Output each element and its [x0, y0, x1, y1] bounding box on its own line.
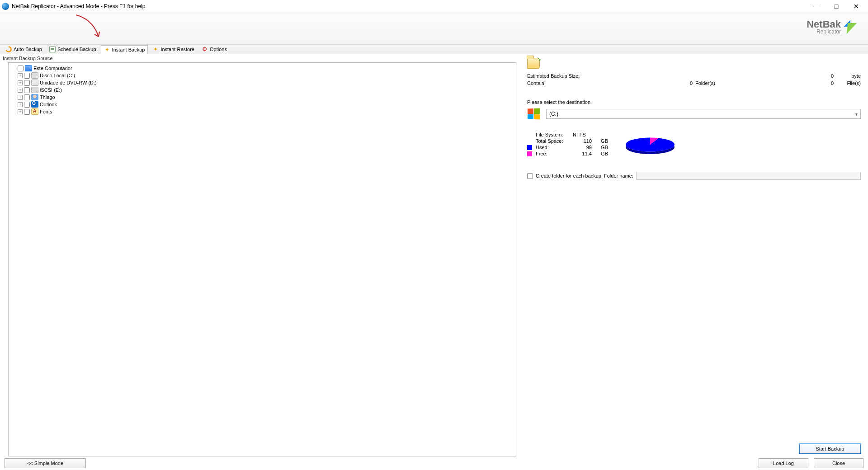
- button-label: Start Backup: [816, 446, 844, 451]
- flash-icon: ✦: [104, 47, 110, 53]
- expander-icon[interactable]: +: [18, 73, 23, 78]
- app-icon: [2, 3, 9, 10]
- total-space-unit: GB: [595, 138, 608, 144]
- filesystem-value: NTFS: [573, 132, 600, 137]
- expander-icon[interactable]: +: [18, 80, 23, 85]
- brand-text-2: Replicator: [799, 28, 841, 35]
- expander-icon[interactable]: +: [18, 95, 23, 100]
- tab-instant-backup[interactable]: ✦ Instant Backup: [101, 45, 148, 54]
- expander-icon: [11, 66, 16, 71]
- titlebar: NetBak Replicator - Advanced Mode - Pres…: [0, 0, 868, 13]
- close-window-button[interactable]: ✕: [846, 0, 866, 13]
- footer: << Simple Mode Load Log Close: [0, 456, 868, 470]
- tree-checkbox[interactable]: [24, 94, 30, 100]
- destination-select[interactable]: (C:) ▾: [546, 109, 861, 119]
- close-button[interactable]: Close: [814, 458, 863, 468]
- used-unit: GB: [595, 145, 608, 150]
- tree-item-fonts[interactable]: + Fonts: [18, 108, 514, 115]
- tree-checkbox[interactable]: [18, 66, 24, 71]
- gear-icon: ⚙: [202, 46, 208, 52]
- minimize-button[interactable]: —: [807, 0, 826, 13]
- tree-checkbox[interactable]: [24, 109, 30, 115]
- tree-label: Outlook: [40, 102, 57, 107]
- tab-label: Instant Restore: [160, 47, 194, 52]
- files-unit: File(s): [839, 80, 861, 86]
- folders-value: 0: [681, 80, 693, 86]
- tab-instant-restore[interactable]: ✦ Instant Restore: [150, 45, 197, 54]
- tabbar: Auto-Backup Schedule Backup ✦ Instant Ba…: [0, 44, 868, 54]
- window-title: NetBak Replicator - Advanced Mode - Pres…: [12, 3, 145, 9]
- tree-label: Fonts: [40, 109, 52, 114]
- used-value: 99: [573, 145, 592, 150]
- destination-selected-value: (C:): [549, 111, 558, 117]
- expander-icon[interactable]: +: [18, 109, 23, 114]
- maximize-button[interactable]: □: [826, 0, 846, 13]
- folder-name-input[interactable]: [636, 172, 861, 180]
- content-area: Instant Backup Source Este Computador + …: [0, 54, 868, 456]
- outlook-icon: [31, 101, 38, 108]
- tree-label: Thiago: [40, 94, 55, 100]
- source-panel: Instant Backup Source Este Computador + …: [0, 54, 516, 456]
- simple-mode-button[interactable]: << Simple Mode: [5, 458, 86, 468]
- estimated-size-unit: byte: [839, 73, 861, 79]
- used-label: Used:: [536, 145, 573, 150]
- button-label: Close: [832, 461, 845, 466]
- total-space-label: Total Space:: [536, 138, 573, 144]
- tree-item-disk-c[interactable]: + Disco Local (C:): [18, 72, 514, 79]
- tree-checkbox[interactable]: [24, 87, 30, 93]
- tree-checkbox[interactable]: [24, 102, 30, 108]
- tree-item-iscsi[interactable]: + iSCSI (E:): [18, 86, 514, 94]
- windows-icon: [528, 108, 540, 119]
- estimated-size-value: 0: [822, 73, 834, 79]
- tree-item-outlook[interactable]: + Outlook: [18, 101, 514, 108]
- drive-icon: [31, 87, 38, 93]
- tab-label: Options: [210, 47, 227, 52]
- estimated-size-label: Estimated Backup Size:: [527, 73, 581, 79]
- schedule-icon: [49, 46, 56, 52]
- tree-label: iSCSI (E:): [40, 87, 62, 93]
- files-value: 0: [822, 80, 834, 86]
- total-space-value: 110: [573, 138, 592, 144]
- tree-item-user[interactable]: + Thiago: [18, 94, 514, 101]
- disk-usage-pie: [621, 132, 679, 157]
- filesystem-label: File System:: [536, 132, 573, 137]
- start-backup-button[interactable]: Start Backup: [799, 444, 861, 454]
- tree-checkbox[interactable]: [24, 73, 30, 79]
- load-log-button[interactable]: Load Log: [759, 458, 808, 468]
- source-panel-label: Instant Backup Source: [0, 54, 516, 62]
- tab-auto-backup[interactable]: Auto-Backup: [3, 45, 45, 54]
- button-label: Load Log: [773, 461, 794, 466]
- folders-unit: Folder(s): [695, 80, 722, 86]
- drive-icon: [31, 72, 38, 79]
- summary-panel: Estimated Backup Size: 0 byte Contain: 0…: [516, 54, 868, 456]
- brand-logo: NetBak Replicator: [799, 19, 857, 35]
- computer-icon: [25, 65, 32, 71]
- button-label: << Simple Mode: [27, 461, 63, 466]
- tree-root[interactable]: Este Computador: [11, 65, 514, 72]
- tree-checkbox[interactable]: [24, 80, 30, 86]
- chevron-down-icon: ▾: [855, 112, 858, 117]
- refresh-icon: [5, 46, 12, 52]
- free-value: 11.4: [573, 151, 592, 156]
- tab-label: Instant Backup: [112, 47, 145, 52]
- destination-prompt: Please select the destination.: [527, 99, 861, 105]
- tab-schedule-backup[interactable]: Schedule Backup: [47, 45, 99, 54]
- disk-info-table: File System: NTFS Total Space: 110 GB Us…: [527, 132, 608, 157]
- header-area: NetBak Replicator: [0, 13, 868, 44]
- pie-chart-icon: [626, 138, 675, 152]
- used-swatch-icon: [527, 145, 532, 150]
- folder-icon: [527, 58, 540, 69]
- tab-options[interactable]: ⚙ Options: [199, 45, 230, 54]
- brand-shape-icon: [844, 19, 857, 35]
- tree-label: Disco Local (C:): [40, 73, 75, 78]
- free-swatch-icon: [527, 151, 532, 156]
- expander-icon[interactable]: +: [18, 102, 23, 107]
- tree-item-dvd[interactable]: + Unidade de DVD-RW (D:): [18, 79, 514, 86]
- tree-label: Este Computador: [33, 66, 72, 71]
- expander-icon[interactable]: +: [18, 88, 23, 93]
- contain-label: Contain:: [527, 80, 581, 86]
- source-tree[interactable]: Este Computador + Disco Local (C:) + Uni…: [8, 62, 516, 456]
- tab-label: Auto-Backup: [14, 47, 42, 52]
- optical-drive-icon: [31, 80, 38, 86]
- create-folder-checkbox[interactable]: [527, 173, 533, 179]
